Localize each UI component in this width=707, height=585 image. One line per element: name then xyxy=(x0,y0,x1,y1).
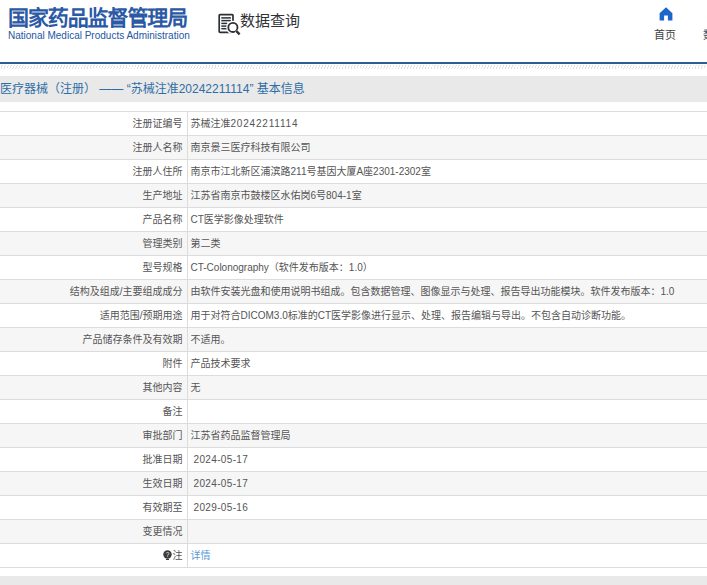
svg-text:?: ? xyxy=(165,551,169,558)
